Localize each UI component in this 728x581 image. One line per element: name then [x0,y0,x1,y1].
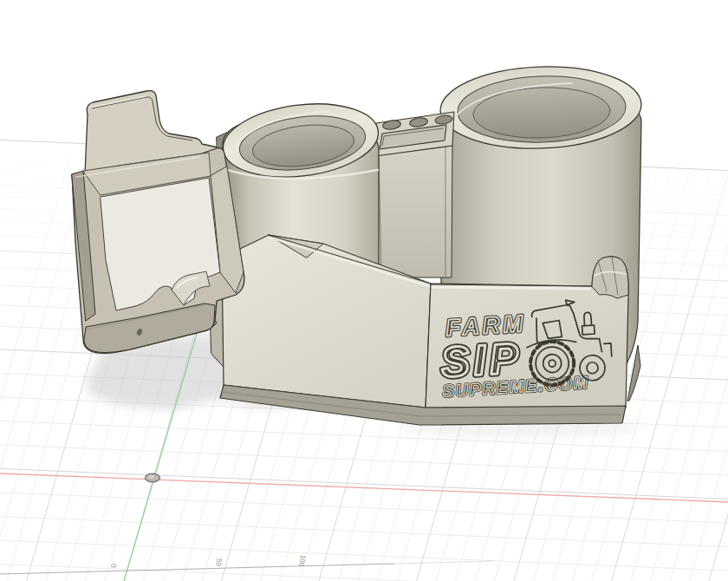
grid-scale: 0 50 100 [0,554,494,574]
axis-tick-label: 100 [297,554,307,567]
origin-point-marker[interactable] [146,473,160,482]
3d-viewport-canvas[interactable]: 0 50 100 [0,0,728,581]
grid-line [0,468,728,499]
grid-line [0,516,728,546]
grid-line [0,445,728,475]
axis-tick-label: 0 [109,563,118,568]
axis-tick-label: 50 [214,558,224,567]
middle-web [369,146,452,277]
corner-post [592,257,628,298]
